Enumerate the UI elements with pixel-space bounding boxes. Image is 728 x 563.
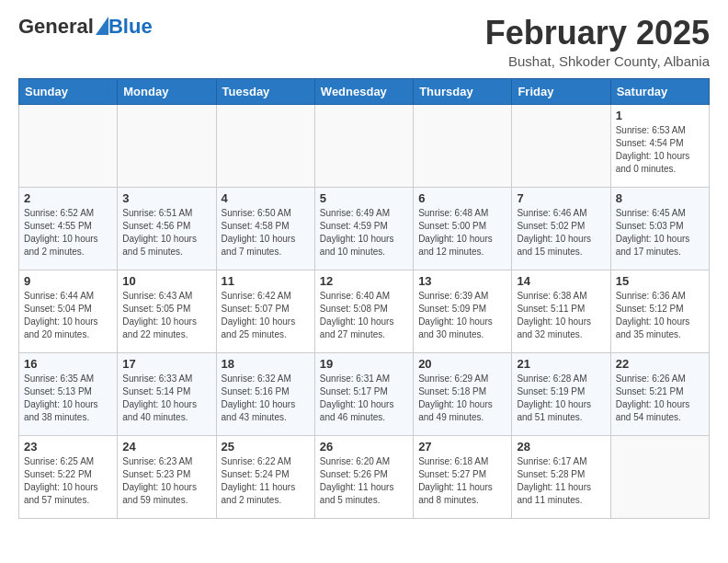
day-number: 3 <box>122 191 210 205</box>
day-number: 23 <box>24 440 112 454</box>
day-number: 17 <box>122 357 210 371</box>
calendar-cell-w4-d2: 17Sunrise: 6:33 AMSunset: 5:14 PMDayligh… <box>118 352 216 435</box>
col-tuesday: Tuesday <box>216 78 314 104</box>
col-monday: Monday <box>118 78 216 104</box>
day-info: Sunrise: 6:52 AMSunset: 4:55 PMDaylight:… <box>24 207 112 259</box>
day-number: 10 <box>122 274 210 288</box>
day-number: 2 <box>24 191 112 205</box>
calendar-week-3: 9Sunrise: 6:44 AMSunset: 5:04 PMDaylight… <box>19 270 710 352</box>
title-block: February 2025 Bushat, Shkoder County, Al… <box>485 15 710 69</box>
day-number: 21 <box>517 357 605 371</box>
page-header: General Blue February 2025 Bushat, Shkod… <box>18 15 710 69</box>
calendar-cell-w5-d5: 27Sunrise: 6:18 AMSunset: 5:27 PMDayligh… <box>414 435 512 518</box>
calendar-cell-w4-d5: 20Sunrise: 6:29 AMSunset: 5:18 PMDayligh… <box>414 352 512 435</box>
day-info: Sunrise: 6:29 AMSunset: 5:18 PMDaylight:… <box>418 373 506 424</box>
calendar-page: General Blue February 2025 Bushat, Shkod… <box>0 0 728 537</box>
calendar-cell-w5-d4: 26Sunrise: 6:20 AMSunset: 5:26 PMDayligh… <box>314 435 413 518</box>
day-info: Sunrise: 6:33 AMSunset: 5:14 PMDaylight:… <box>122 373 210 424</box>
calendar-header-row: Sunday Monday Tuesday Wednesday Thursday… <box>19 78 710 104</box>
calendar-cell-w3-d2: 10Sunrise: 6:43 AMSunset: 5:05 PMDayligh… <box>118 270 216 352</box>
calendar-cell-w5-d3: 25Sunrise: 6:22 AMSunset: 5:24 PMDayligh… <box>216 435 314 518</box>
day-info: Sunrise: 6:40 AMSunset: 5:08 PMDaylight:… <box>320 290 408 341</box>
col-wednesday: Wednesday <box>314 78 413 104</box>
day-number: 27 <box>418 440 506 454</box>
calendar-cell-w5-d6: 28Sunrise: 6:17 AMSunset: 5:28 PMDayligh… <box>512 435 610 518</box>
calendar-cell-w2-d7: 8Sunrise: 6:45 AMSunset: 5:03 PMDaylight… <box>610 187 709 270</box>
logo-general-text: General <box>18 15 94 39</box>
day-info: Sunrise: 6:50 AMSunset: 4:58 PMDaylight:… <box>222 207 310 259</box>
day-number: 12 <box>320 274 408 288</box>
day-info: Sunrise: 6:23 AMSunset: 5:23 PMDaylight:… <box>122 455 210 507</box>
calendar-cell-w3-d3: 11Sunrise: 6:42 AMSunset: 5:07 PMDayligh… <box>216 270 314 352</box>
calendar-week-5: 23Sunrise: 6:25 AMSunset: 5:22 PMDayligh… <box>19 435 710 518</box>
calendar-cell-w2-d6: 7Sunrise: 6:46 AMSunset: 5:02 PMDaylight… <box>512 187 610 270</box>
col-thursday: Thursday <box>414 78 512 104</box>
calendar-cell-w4-d6: 21Sunrise: 6:28 AMSunset: 5:19 PMDayligh… <box>512 352 610 435</box>
col-friday: Friday <box>512 78 610 104</box>
day-number: 13 <box>418 274 506 288</box>
day-info: Sunrise: 6:38 AMSunset: 5:11 PMDaylight:… <box>517 290 605 341</box>
calendar-cell-w3-d5: 13Sunrise: 6:39 AMSunset: 5:09 PMDayligh… <box>414 270 512 352</box>
day-info: Sunrise: 6:48 AMSunset: 5:00 PMDaylight:… <box>418 207 506 259</box>
day-info: Sunrise: 6:39 AMSunset: 5:09 PMDaylight:… <box>418 290 506 341</box>
calendar-cell-w5-d2: 24Sunrise: 6:23 AMSunset: 5:23 PMDayligh… <box>118 435 216 518</box>
calendar-week-2: 2Sunrise: 6:52 AMSunset: 4:55 PMDaylight… <box>19 187 710 270</box>
calendar-cell-w2-d1: 2Sunrise: 6:52 AMSunset: 4:55 PMDaylight… <box>19 187 118 270</box>
day-info: Sunrise: 6:51 AMSunset: 4:56 PMDaylight:… <box>122 207 210 259</box>
calendar-cell-w4-d7: 22Sunrise: 6:26 AMSunset: 5:21 PMDayligh… <box>610 352 709 435</box>
day-info: Sunrise: 6:18 AMSunset: 5:27 PMDaylight:… <box>418 455 506 507</box>
day-info: Sunrise: 6:53 AMSunset: 4:54 PMDaylight:… <box>616 124 704 176</box>
day-number: 4 <box>222 191 310 205</box>
calendar-cell-w5-d1: 23Sunrise: 6:25 AMSunset: 5:22 PMDayligh… <box>19 435 118 518</box>
day-info: Sunrise: 6:35 AMSunset: 5:13 PMDaylight:… <box>24 373 112 424</box>
day-number: 26 <box>320 440 408 454</box>
day-info: Sunrise: 6:44 AMSunset: 5:04 PMDaylight:… <box>24 290 112 341</box>
calendar-cell-w1-d4 <box>314 104 413 187</box>
logo: General Blue <box>18 15 153 39</box>
day-number: 8 <box>616 191 704 205</box>
calendar-cell-w4-d4: 19Sunrise: 6:31 AMSunset: 5:17 PMDayligh… <box>314 352 413 435</box>
day-number: 5 <box>320 191 408 205</box>
day-info: Sunrise: 6:20 AMSunset: 5:26 PMDaylight:… <box>320 455 408 507</box>
day-number: 6 <box>418 191 506 205</box>
calendar-cell-w3-d1: 9Sunrise: 6:44 AMSunset: 5:04 PMDaylight… <box>19 270 118 352</box>
day-number: 19 <box>320 357 408 371</box>
calendar-cell-w2-d4: 5Sunrise: 6:49 AMSunset: 4:59 PMDaylight… <box>314 187 413 270</box>
calendar-cell-w1-d7: 1Sunrise: 6:53 AMSunset: 4:54 PMDaylight… <box>610 104 709 187</box>
day-number: 11 <box>222 274 310 288</box>
day-number: 9 <box>24 274 112 288</box>
calendar-cell-w1-d5 <box>414 104 512 187</box>
page-title: February 2025 <box>485 15 710 52</box>
calendar-week-4: 16Sunrise: 6:35 AMSunset: 5:13 PMDayligh… <box>19 352 710 435</box>
calendar-cell-w3-d4: 12Sunrise: 6:40 AMSunset: 5:08 PMDayligh… <box>314 270 413 352</box>
day-info: Sunrise: 6:28 AMSunset: 5:19 PMDaylight:… <box>517 373 605 424</box>
day-info: Sunrise: 6:36 AMSunset: 5:12 PMDaylight:… <box>616 290 704 341</box>
day-info: Sunrise: 6:25 AMSunset: 5:22 PMDaylight:… <box>24 455 112 507</box>
day-number: 22 <box>616 357 704 371</box>
calendar-cell-w2-d2: 3Sunrise: 6:51 AMSunset: 4:56 PMDaylight… <box>118 187 216 270</box>
day-info: Sunrise: 6:32 AMSunset: 5:16 PMDaylight:… <box>222 373 310 424</box>
day-number: 1 <box>616 109 704 122</box>
calendar-week-1: 1Sunrise: 6:53 AMSunset: 4:54 PMDaylight… <box>19 104 710 187</box>
day-info: Sunrise: 6:31 AMSunset: 5:17 PMDaylight:… <box>320 373 408 424</box>
day-info: Sunrise: 6:42 AMSunset: 5:07 PMDaylight:… <box>222 290 310 341</box>
calendar-cell-w4-d1: 16Sunrise: 6:35 AMSunset: 5:13 PMDayligh… <box>19 352 118 435</box>
day-number: 24 <box>122 440 210 454</box>
calendar-cell-w2-d3: 4Sunrise: 6:50 AMSunset: 4:58 PMDaylight… <box>216 187 314 270</box>
day-info: Sunrise: 6:45 AMSunset: 5:03 PMDaylight:… <box>616 207 704 259</box>
day-number: 16 <box>24 357 112 371</box>
day-number: 28 <box>517 440 605 454</box>
day-number: 20 <box>418 357 506 371</box>
col-saturday: Saturday <box>610 78 709 104</box>
day-number: 18 <box>222 357 310 371</box>
day-info: Sunrise: 6:46 AMSunset: 5:02 PMDaylight:… <box>517 207 605 259</box>
calendar-cell-w2-d5: 6Sunrise: 6:48 AMSunset: 5:00 PMDaylight… <box>414 187 512 270</box>
logo-triangle-icon <box>96 17 108 39</box>
day-info: Sunrise: 6:49 AMSunset: 4:59 PMDaylight:… <box>320 207 408 259</box>
day-info: Sunrise: 6:22 AMSunset: 5:24 PMDaylight:… <box>222 455 310 507</box>
calendar-cell-w3-d7: 15Sunrise: 6:36 AMSunset: 5:12 PMDayligh… <box>610 270 709 352</box>
calendar-cell-w1-d2 <box>118 104 216 187</box>
page-subtitle: Bushat, Shkoder County, Albania <box>485 53 710 69</box>
day-info: Sunrise: 6:26 AMSunset: 5:21 PMDaylight:… <box>616 373 704 424</box>
svg-marker-0 <box>96 17 108 35</box>
